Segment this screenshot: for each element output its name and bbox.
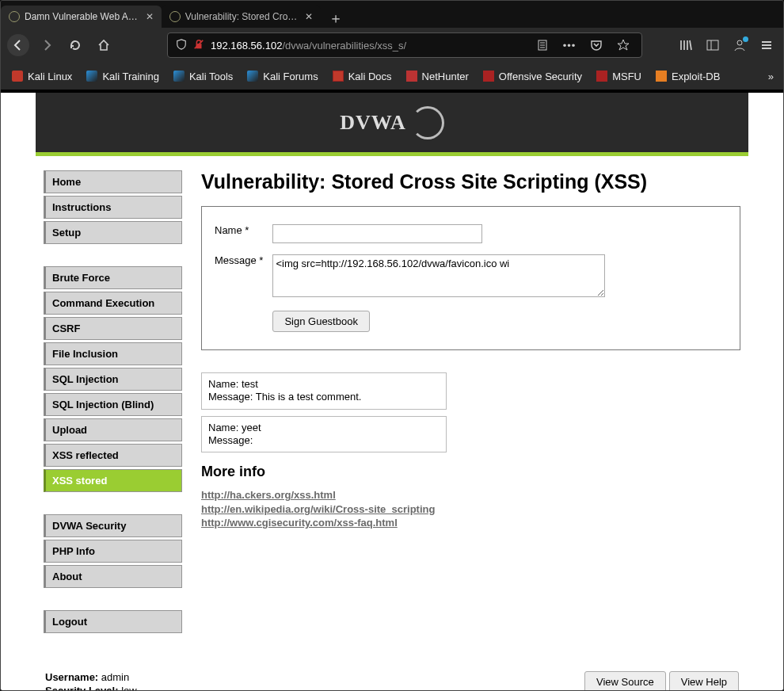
sidebar-item-about[interactable]: About (44, 565, 182, 588)
sidebar: Home Instructions Setup Brute Force Comm… (44, 170, 182, 655)
close-icon[interactable]: ✕ (146, 11, 154, 22)
bookmark-msfu[interactable]: MSFU (590, 67, 648, 86)
moreinfo-link-1[interactable]: http://ha.ckers.org/xss.html (201, 488, 740, 502)
url-bar[interactable]: 192.168.56.102/dvwa/vulnerabilities/xss_… (167, 32, 642, 58)
notification-dot-icon (743, 36, 748, 42)
arrow-right-icon (40, 39, 53, 52)
home-icon (97, 39, 110, 52)
sidebar-item-xss-reflected[interactable]: XSS reflected (44, 444, 182, 467)
kali-icon (247, 71, 258, 82)
seclevel-label: Security Level: (45, 685, 119, 691)
home-button[interactable] (93, 34, 115, 56)
tab-bar: Damn Vulnerable Web A… ✕ Vulnerability: … (1, 1, 783, 28)
msfu-icon (596, 71, 607, 82)
sidebar-item-setup[interactable]: Setup (44, 221, 182, 244)
sidebar-item-phpinfo[interactable]: PHP Info (44, 540, 182, 563)
reader-mode-icon[interactable] (532, 35, 553, 55)
kali-icon (86, 71, 97, 82)
reload-button[interactable] (64, 34, 86, 56)
kali-icon (12, 71, 23, 82)
moreinfo-link-3[interactable]: http://www.cgisecurity.com/xss-faq.html (201, 516, 740, 530)
bookmark-kali-linux[interactable]: Kali Linux (6, 67, 78, 86)
account-icon[interactable] (729, 35, 750, 55)
sidebar-item-cmdexec[interactable]: Command Execution (44, 292, 182, 315)
bookmark-kali-training[interactable]: Kali Training (80, 67, 166, 86)
tab-label: Damn Vulnerable Web A… (25, 11, 138, 22)
more-info-links: http://ha.ckers.org/xss.html http://en.w… (201, 488, 740, 530)
sidebar-toggle-icon[interactable] (702, 35, 723, 55)
sidebar-item-security[interactable]: DVWA Security (44, 514, 182, 537)
dvwa-logo: DVWA (340, 106, 443, 139)
url-text: 192.168.56.102/dvwa/vulnerabilities/xss_… (211, 40, 406, 52)
page-viewport[interactable]: DVWA Home Instructions Setup Brute Force… (1, 90, 783, 691)
dvwa-header: DVWA (36, 93, 748, 156)
offsec-icon (483, 71, 494, 82)
tab-label: Vulnerability: Stored Cro… (185, 11, 298, 22)
kali-icon (333, 71, 344, 82)
view-help-button[interactable]: View Help (669, 671, 739, 691)
bookmark-offsec[interactable]: Offensive Security (477, 67, 588, 86)
kali-icon (173, 71, 185, 82)
sidebar-item-xss-stored[interactable]: XSS stored (44, 469, 182, 492)
bookmark-overflow-icon[interactable]: » (763, 71, 778, 82)
sidebar-item-sqli-blind[interactable]: SQL Injection (Blind) (44, 393, 182, 416)
message-label: Message * (215, 250, 271, 304)
library-icon[interactable] (676, 35, 696, 55)
sidebar-item-sqli[interactable]: SQL Injection (44, 368, 182, 391)
toolbar: 192.168.56.102/dvwa/vulnerabilities/xss_… (1, 28, 783, 63)
bookmark-kali-docs[interactable]: Kali Docs (326, 67, 398, 86)
page-actions-icon[interactable]: ••• (559, 35, 580, 55)
svg-rect-6 (707, 40, 718, 50)
tab-2[interactable]: Vulnerability: Stored Cro… ✕ (162, 6, 322, 28)
view-source-button[interactable]: View Source (584, 671, 666, 691)
username-label: Username: (45, 671, 98, 683)
tab-1[interactable]: Damn Vulnerable Web A… ✕ (1, 6, 162, 28)
bookmark-star-icon[interactable] (613, 35, 634, 55)
tab-favicon (9, 11, 20, 22)
sidebar-item-fileinc[interactable]: File Inclusion (44, 342, 182, 365)
bookmark-nethunter[interactable]: NetHunter (400, 67, 475, 86)
forward-button[interactable] (36, 34, 58, 56)
guestbook-form: Name * Message * <img src=http://192.168… (201, 206, 740, 350)
back-button[interactable] (7, 34, 29, 56)
sidebar-item-upload[interactable]: Upload (44, 418, 182, 441)
sidebar-item-instructions[interactable]: Instructions (44, 196, 182, 219)
sidebar-item-logout[interactable]: Logout (44, 610, 182, 633)
footer-row: Username: admin Security Level: low PHPI… (36, 663, 748, 691)
sign-guestbook-button[interactable]: Sign Guestbook (272, 311, 370, 332)
logo-arc-icon (411, 106, 444, 139)
hamburger-menu-icon[interactable] (756, 35, 777, 55)
more-info-heading: More info (201, 464, 740, 480)
bookmark-kali-forums[interactable]: Kali Forums (241, 67, 324, 86)
sidebar-item-csrf[interactable]: CSRF (44, 317, 182, 340)
shield-icon (176, 39, 187, 52)
name-label: Name * (215, 220, 271, 248)
moreinfo-link-2[interactable]: http://en.wikipedia.org/wiki/Cross-site_… (201, 502, 740, 517)
main-content: Vulnerability: Stored Cross Site Scripti… (201, 170, 740, 655)
sidebar-item-home[interactable]: Home (44, 170, 182, 193)
page-title: Vulnerability: Stored Cross Site Scripti… (201, 170, 740, 193)
seclevel-value: low (121, 685, 137, 691)
bookmark-kali-tools[interactable]: Kali Tools (167, 67, 239, 86)
pocket-icon[interactable] (586, 35, 607, 55)
username-value: admin (101, 671, 129, 683)
bookmarks-bar: Kali Linux Kali Training Kali Tools Kali… (1, 63, 783, 90)
guestbook-entry: Name: yeet Message: (201, 416, 447, 453)
new-tab-button[interactable]: ＋ (321, 9, 351, 28)
arrow-left-icon (12, 39, 25, 52)
bookmark-exploitdb[interactable]: Exploit-DB (649, 67, 726, 86)
tab-favicon (169, 11, 181, 22)
nethunter-icon (406, 71, 417, 82)
message-textarea[interactable]: <img src=http://192.168.56.102/dvwa/favi… (272, 254, 605, 297)
guestbook-entry: Name: test Message: This is a test comme… (201, 372, 447, 410)
exploitdb-icon (656, 71, 667, 82)
insecure-lock-icon (193, 39, 204, 52)
svg-point-8 (737, 40, 742, 45)
sidebar-item-bruteforce[interactable]: Brute Force (44, 266, 182, 289)
reload-icon (69, 39, 82, 52)
name-input[interactable] (272, 224, 482, 243)
close-icon[interactable]: ✕ (305, 11, 313, 22)
